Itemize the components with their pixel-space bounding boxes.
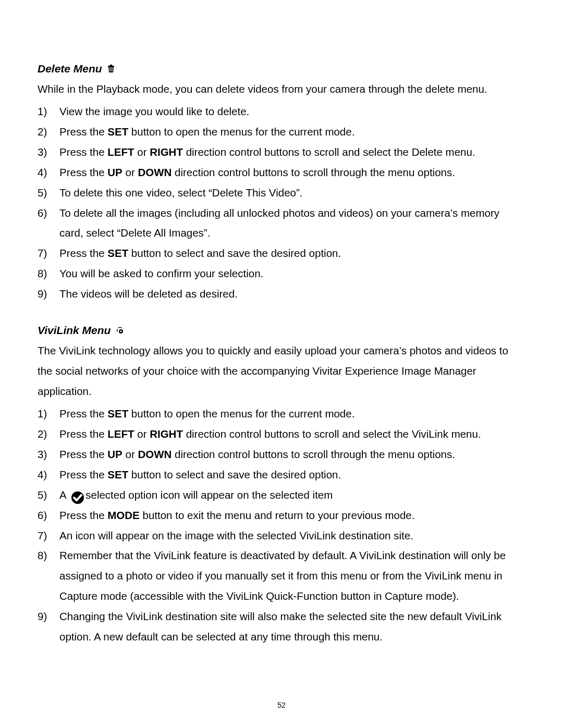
list-item: 8) You will be asked to confirm your sel… [38,264,525,284]
svg-rect-4 [112,67,113,71]
list-item: 5) A selected option icon will appear on… [38,485,525,505]
delete-menu-title: Delete Menu [38,58,102,79]
list-text: An icon will appear on the image with th… [59,526,525,546]
list-text: Press the SET button to select and save … [59,465,525,485]
list-marker: 3) [38,445,59,465]
list-text: To delete all the images (including all … [59,203,525,244]
list-marker: 2) [38,122,59,142]
list-text: Press the MODE button to exit the menu a… [59,505,525,526]
list-text: Press the UP or DOWN direction control b… [59,445,525,465]
list-marker: 4) [38,465,59,485]
list-marker: 7) [38,526,59,546]
delete-menu-heading-row: Delete Menu [38,58,525,79]
list-item: 3) Press the UP or DOWN direction contro… [38,445,525,465]
checkmark-circle-icon [71,491,84,504]
document-page: Delete Menu While in the Playback mode, … [0,0,563,728]
trash-icon [107,65,115,73]
list-marker: 1) [38,404,59,424]
list-item: 8) Remember that the ViviLink feature is… [38,546,525,607]
list-marker: 3) [38,142,59,163]
delete-menu-steps: 1) View the image you would like to dele… [38,102,525,304]
vivilink-icon [116,327,124,334]
list-text: Press the SET button to open the menus f… [59,122,525,142]
svg-rect-3 [111,67,111,71]
list-item: 7) Press the SET button to select and sa… [38,243,525,264]
list-text: Press the LEFT or RIGHT direction contro… [59,424,525,445]
list-item: 4) Press the UP or DOWN direction contro… [38,163,525,183]
list-text: Changing the ViviLink destination site w… [59,607,525,647]
list-text: Press the SET button to open the menus f… [59,404,525,424]
list-text: Press the LEFT or RIGHT direction contro… [59,142,525,163]
list-marker: 5) [38,485,59,505]
vivilink-menu-heading-row: ViviLink Menu [38,320,525,341]
list-text: Remember that the ViviLink feature is de… [59,546,525,607]
list-marker: 9) [38,607,59,627]
list-text: Press the SET button to select and save … [59,243,525,264]
list-marker: 8) [38,546,59,566]
list-marker: 5) [38,183,59,203]
list-text: View the image you would like to delete. [59,102,525,122]
list-marker: 6) [38,203,59,224]
delete-menu-intro: While in the Playback mode, you can dele… [38,79,525,100]
list-marker: 9) [38,284,59,304]
list-item: 9) The videos will be deleted as desired… [38,284,525,304]
list-item: 3) Press the LEFT or RIGHT direction con… [38,142,525,163]
page-number: 52 [0,698,563,712]
vivilink-menu-intro: The ViviLink technology allows you to qu… [38,341,525,402]
list-text: The videos will be deleted as desired. [59,284,525,304]
svg-rect-2 [109,67,110,71]
list-item: 2) Press the SET button to open the menu… [38,122,525,142]
list-marker: 7) [38,243,59,264]
list-item: 1) View the image you would like to dele… [38,102,525,122]
list-item: 6) To delete all the images (including a… [38,203,525,244]
list-marker: 8) [38,264,59,284]
list-item: 2) Press the LEFT or RIGHT direction con… [38,424,525,445]
list-item: 1) Press the SET button to open the menu… [38,404,525,424]
list-marker: 6) [38,505,59,526]
list-text: Press the UP or DOWN direction control b… [59,163,525,183]
svg-rect-1 [110,65,112,66]
vivilink-menu-title: ViviLink Menu [38,320,111,341]
list-item: 7) An icon will appear on the image with… [38,526,525,546]
svg-rect-0 [108,66,114,67]
list-marker: 1) [38,102,59,122]
list-text: To delete this one video, select “Delete… [59,183,525,203]
list-marker: 4) [38,163,59,183]
list-marker: 2) [38,424,59,445]
list-text: You will be asked to confirm your select… [59,264,525,284]
list-item: 6) Press the MODE button to exit the men… [38,505,525,526]
list-item: 4) Press the SET button to select and sa… [38,465,525,485]
list-item: 9) Changing the ViviLink destination sit… [38,607,525,647]
vivilink-menu-steps: 1) Press the SET button to open the menu… [38,404,525,647]
list-text: A selected option icon will appear on th… [59,485,525,505]
list-item: 5) To delete this one video, select “Del… [38,183,525,203]
